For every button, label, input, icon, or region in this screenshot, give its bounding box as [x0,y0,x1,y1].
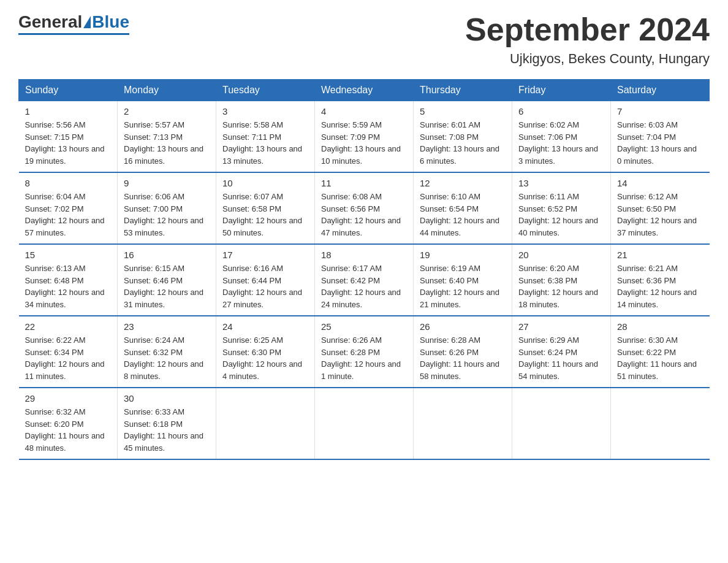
calendar-cell [414,388,512,459]
calendar-cell: 23Sunrise: 6:24 AMSunset: 6:32 PMDayligh… [118,316,216,388]
calendar-cell: 11Sunrise: 6:08 AMSunset: 6:56 PMDayligh… [315,172,414,244]
calendar-cell: 22Sunrise: 6:22 AMSunset: 6:34 PMDayligh… [19,316,118,388]
calendar-cell: 2Sunrise: 5:57 AMSunset: 7:13 PMDaylight… [118,101,216,173]
calendar-cell: 17Sunrise: 6:16 AMSunset: 6:44 PMDayligh… [216,244,315,316]
logo-underline [18,33,129,35]
calendar-cell: 16Sunrise: 6:15 AMSunset: 6:46 PMDayligh… [118,244,216,316]
day-number: 26 [420,321,506,332]
day-number: 28 [617,321,703,332]
day-info: Sunrise: 6:20 AMSunset: 6:38 PMDaylight:… [518,262,604,310]
calendar-cell: 15Sunrise: 6:13 AMSunset: 6:48 PMDayligh… [19,244,118,316]
header-tuesday: Tuesday [216,80,315,101]
day-number: 4 [321,106,407,117]
day-info: Sunrise: 5:56 AMSunset: 7:15 PMDaylight:… [25,119,112,167]
day-number: 14 [617,178,703,188]
day-number: 13 [518,178,604,188]
calendar-cell: 7Sunrise: 6:03 AMSunset: 7:04 PMDaylight… [611,101,710,173]
day-info: Sunrise: 6:13 AMSunset: 6:48 PMDaylight:… [25,262,112,310]
calendar-cell: 8Sunrise: 6:04 AMSunset: 7:02 PMDaylight… [19,172,118,244]
calendar-cell: 4Sunrise: 5:59 AMSunset: 7:09 PMDaylight… [315,101,414,173]
day-info: Sunrise: 6:08 AMSunset: 6:56 PMDaylight:… [321,191,407,239]
day-number: 12 [420,178,506,188]
calendar-cell [512,388,611,459]
header-monday: Monday [118,80,216,101]
day-number: 11 [321,178,407,188]
calendar-cell: 19Sunrise: 6:19 AMSunset: 6:40 PMDayligh… [414,244,512,316]
day-info: Sunrise: 6:12 AMSunset: 6:50 PMDaylight:… [617,191,703,239]
day-number: 15 [25,250,112,260]
day-info: Sunrise: 6:24 AMSunset: 6:32 PMDaylight:… [124,334,210,382]
day-info: Sunrise: 6:02 AMSunset: 7:06 PMDaylight:… [518,119,604,167]
day-number: 21 [617,250,703,260]
week-row-2: 8Sunrise: 6:04 AMSunset: 7:02 PMDaylight… [19,172,710,244]
day-number: 25 [321,321,407,332]
day-info: Sunrise: 6:10 AMSunset: 6:54 PMDaylight:… [420,191,506,239]
calendar-cell: 18Sunrise: 6:17 AMSunset: 6:42 PMDayligh… [315,244,414,316]
calendar-cell: 25Sunrise: 6:26 AMSunset: 6:28 PMDayligh… [315,316,414,388]
calendar-cell: 29Sunrise: 6:32 AMSunset: 6:20 PMDayligh… [19,388,118,459]
day-number: 27 [518,321,604,332]
day-number: 18 [321,250,407,260]
day-info: Sunrise: 6:03 AMSunset: 7:04 PMDaylight:… [617,119,703,167]
calendar-cell: 10Sunrise: 6:07 AMSunset: 6:58 PMDayligh… [216,172,315,244]
logo-general-text: General [18,12,82,32]
day-number: 1 [25,106,112,117]
header-friday: Friday [512,80,611,101]
calendar-cell: 13Sunrise: 6:11 AMSunset: 6:52 PMDayligh… [512,172,611,244]
day-info: Sunrise: 6:01 AMSunset: 7:08 PMDaylight:… [420,119,506,167]
day-info: Sunrise: 6:19 AMSunset: 6:40 PMDaylight:… [420,262,506,310]
calendar-cell: 3Sunrise: 5:58 AMSunset: 7:11 PMDaylight… [216,101,315,173]
calendar-header-row: SundayMondayTuesdayWednesdayThursdayFrid… [19,80,710,101]
day-info: Sunrise: 6:04 AMSunset: 7:02 PMDaylight:… [25,191,112,239]
day-info: Sunrise: 6:15 AMSunset: 6:46 PMDaylight:… [124,262,210,310]
day-info: Sunrise: 6:06 AMSunset: 7:00 PMDaylight:… [124,191,210,239]
calendar-cell: 20Sunrise: 6:20 AMSunset: 6:38 PMDayligh… [512,244,611,316]
calendar-cell: 9Sunrise: 6:06 AMSunset: 7:00 PMDaylight… [118,172,216,244]
calendar-cell [216,388,315,459]
calendar-cell: 1Sunrise: 5:56 AMSunset: 7:15 PMDaylight… [19,101,118,173]
day-number: 8 [25,178,112,188]
week-row-4: 22Sunrise: 6:22 AMSunset: 6:34 PMDayligh… [19,316,710,388]
calendar-table: SundayMondayTuesdayWednesdayThursdayFrid… [18,79,710,460]
calendar-cell: 6Sunrise: 6:02 AMSunset: 7:06 PMDaylight… [512,101,611,173]
day-info: Sunrise: 6:29 AMSunset: 6:24 PMDaylight:… [518,334,604,382]
calendar-cell: 30Sunrise: 6:33 AMSunset: 6:18 PMDayligh… [118,388,216,459]
day-info: Sunrise: 5:57 AMSunset: 7:13 PMDaylight:… [124,119,210,167]
day-number: 29 [25,393,112,404]
day-number: 22 [25,321,112,332]
day-info: Sunrise: 6:32 AMSunset: 6:20 PMDaylight:… [25,406,112,454]
day-number: 30 [124,393,210,404]
day-info: Sunrise: 6:16 AMSunset: 6:44 PMDaylight:… [222,262,308,310]
day-number: 9 [124,178,210,188]
calendar-cell: 27Sunrise: 6:29 AMSunset: 6:24 PMDayligh… [512,316,611,388]
day-info: Sunrise: 6:30 AMSunset: 6:22 PMDaylight:… [617,334,703,382]
day-number: 24 [222,321,308,332]
main-title: September 2024 [465,12,710,47]
week-row-1: 1Sunrise: 5:56 AMSunset: 7:15 PMDaylight… [19,101,710,173]
day-number: 5 [420,106,506,117]
calendar-cell: 21Sunrise: 6:21 AMSunset: 6:36 PMDayligh… [611,244,710,316]
page-header: General Blue September 2024 Ujkigyos, Be… [18,12,710,67]
calendar-cell [315,388,414,459]
header-sunday: Sunday [19,80,118,101]
day-info: Sunrise: 6:22 AMSunset: 6:34 PMDaylight:… [25,334,112,382]
day-info: Sunrise: 6:17 AMSunset: 6:42 PMDaylight:… [321,262,407,310]
day-info: Sunrise: 5:58 AMSunset: 7:11 PMDaylight:… [222,119,308,167]
day-number: 6 [518,106,604,117]
calendar-cell: 12Sunrise: 6:10 AMSunset: 6:54 PMDayligh… [414,172,512,244]
day-info: Sunrise: 6:26 AMSunset: 6:28 PMDaylight:… [321,334,407,382]
logo: General Blue [18,12,129,35]
calendar-cell: 24Sunrise: 6:25 AMSunset: 6:30 PMDayligh… [216,316,315,388]
day-number: 19 [420,250,506,260]
day-number: 7 [617,106,703,117]
day-number: 10 [222,178,308,188]
day-info: Sunrise: 5:59 AMSunset: 7:09 PMDaylight:… [321,119,407,167]
calendar-cell [611,388,710,459]
day-number: 16 [124,250,210,260]
day-info: Sunrise: 6:07 AMSunset: 6:58 PMDaylight:… [222,191,308,239]
calendar-cell: 26Sunrise: 6:28 AMSunset: 6:26 PMDayligh… [414,316,512,388]
day-info: Sunrise: 6:21 AMSunset: 6:36 PMDaylight:… [617,262,703,310]
day-number: 20 [518,250,604,260]
logo-triangle-icon [83,16,91,28]
title-area: September 2024 Ujkigyos, Bekes County, H… [465,12,710,67]
